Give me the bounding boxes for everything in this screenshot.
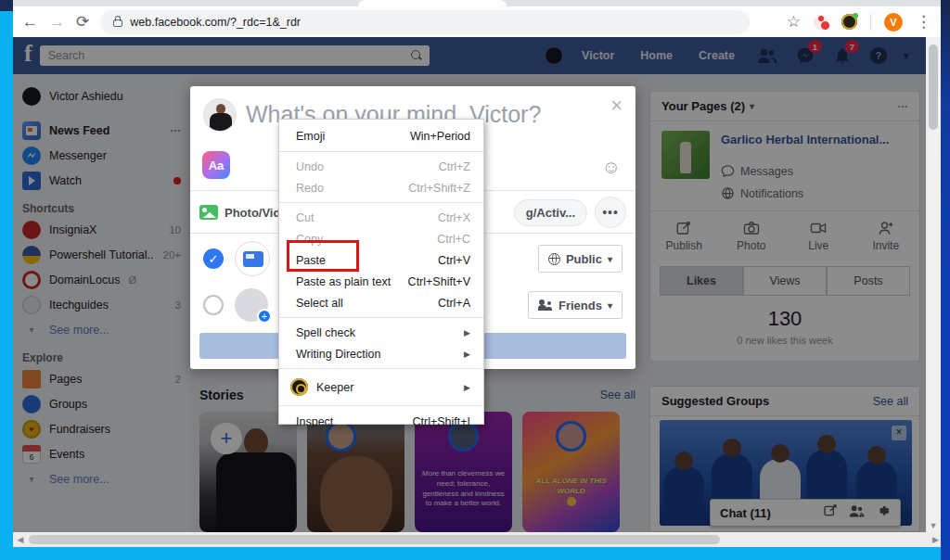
horizontal-scrollbar[interactable]: ◀ ▶: [13, 532, 941, 547]
menu-item-cut: Cut Ctrl+X: [279, 207, 483, 228]
audience-public-button[interactable]: Public ▾: [538, 245, 623, 273]
desktop-edge-bottom: [13, 547, 941, 560]
news-feed-target-icon: [235, 241, 270, 276]
bookmark-star-icon[interactable]: ☆: [787, 14, 801, 30]
active-tab[interactable]: [358, 0, 507, 6]
desktop-edge-right: [941, 0, 950, 560]
close-dialog-icon[interactable]: ×: [610, 94, 623, 118]
news-feed-checkbox[interactable]: ✓: [203, 248, 224, 269]
your-story-radio[interactable]: [203, 295, 224, 315]
your-story-icon: +: [235, 288, 268, 322]
emoji-picker-icon[interactable]: ☺: [602, 157, 621, 178]
submenu-arrow-icon: ▶: [464, 350, 470, 359]
keeper-icon: [290, 378, 308, 396]
story-plus-badge: +: [257, 309, 272, 324]
submenu-arrow-icon: ▶: [464, 383, 470, 392]
context-menu: Emoji Win+Period Undo Ctrl+Z Redo Ctrl+S…: [278, 119, 484, 425]
adblock-extension-icon[interactable]: [814, 15, 828, 30]
photo-video-icon: [199, 205, 218, 220]
more-options-button[interactable]: •••: [595, 197, 626, 228]
forward-button[interactable]: →: [49, 14, 65, 30]
toolbar-right-group: ☆ V ⋮: [787, 13, 931, 32]
keeper-extension-icon[interactable]: [841, 14, 857, 30]
browser-profile-avatar[interactable]: V: [884, 13, 903, 32]
menu-item-inspect[interactable]: Inspect Ctrl+Shift+I: [279, 410, 483, 434]
friends-icon: [538, 299, 553, 311]
feeling-activity-button[interactable]: g/Activ...: [514, 199, 587, 226]
menu-item-paste-plain[interactable]: Paste as plain text Ctrl+Shift+V: [279, 271, 483, 292]
scroll-left-arrow-icon[interactable]: ◀: [13, 535, 28, 544]
back-button[interactable]: ←: [22, 14, 38, 30]
vertical-scrollbar[interactable]: ▼: [926, 37, 941, 532]
horizontal-scrollbar-thumb[interactable]: [29, 535, 720, 544]
audience-friends-button[interactable]: Friends ▾: [528, 291, 623, 319]
menu-item-redo: Redo Ctrl+Shift+Z: [279, 177, 483, 198]
url-text[interactable]: web.facebook.com/?_rdc=1&_rdr: [130, 16, 301, 29]
page-content: f Victor Home Create 1 7: [13, 37, 926, 532]
desktop-edge-left: [0, 0, 13, 560]
text-style-aa-icon[interactable]: Aa: [202, 151, 230, 179]
composer-avatar: [203, 98, 237, 132]
toolbar-divider: [870, 14, 871, 31]
vertical-scrollbar-thumb[interactable]: [929, 45, 938, 130]
browser-menu-icon[interactable]: ⋮: [916, 14, 931, 30]
photo-video-button[interactable]: Photo/Vid: [199, 205, 280, 220]
menu-item-emoji[interactable]: Emoji Win+Period: [279, 124, 483, 147]
paste-highlight-box: [287, 240, 359, 272]
scroll-down-arrow-icon[interactable]: ▼: [926, 521, 941, 530]
menu-item-select-all[interactable]: Select all Ctrl+A: [279, 292, 483, 313]
menu-item-spell-check[interactable]: Spell check ▶: [279, 322, 483, 343]
desktop-corner: [0, 0, 13, 11]
submenu-arrow-icon: ▶: [464, 328, 470, 337]
menu-item-undo: Undo Ctrl+Z: [279, 156, 483, 177]
browser-window: ← → ⟳ web.facebook.com/?_rdc=1&_rdr ☆ V …: [13, 0, 941, 547]
url-bar[interactable]: web.facebook.com/?_rdc=1&_rdr: [100, 10, 750, 34]
reload-button[interactable]: ⟳: [76, 14, 89, 30]
lock-icon: [113, 19, 122, 27]
menu-item-keeper[interactable]: Keeper ▶: [279, 373, 483, 401]
menu-item-writing-direction[interactable]: Writing Direction ▶: [279, 343, 483, 364]
browser-toolbar: ← → ⟳ web.facebook.com/?_rdc=1&_rdr ☆ V …: [13, 6, 941, 37]
globe-icon: [548, 253, 560, 265]
scroll-right-arrow-icon[interactable]: ▶: [932, 535, 939, 544]
